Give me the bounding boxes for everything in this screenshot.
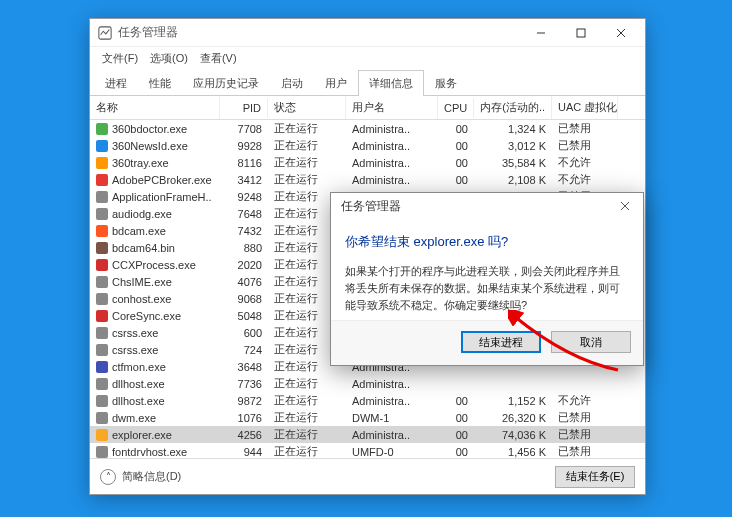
tab-0[interactable]: 进程: [94, 70, 138, 96]
minimize-button[interactable]: [521, 21, 561, 45]
maximize-button[interactable]: [561, 21, 601, 45]
tabstrip: 进程性能应用历史记录启动用户详细信息服务: [90, 69, 645, 96]
process-name: csrss.exe: [112, 344, 158, 356]
process-icon: [96, 378, 108, 390]
tab-4[interactable]: 用户: [314, 70, 358, 96]
cell-status: 正在运行: [268, 121, 346, 136]
end-process-button[interactable]: 结束进程: [461, 331, 541, 353]
process-name: bdcam.exe: [112, 225, 166, 237]
fewer-details-button[interactable]: ˄ 简略信息(D): [100, 469, 181, 485]
cell-mem: 74,036 K: [474, 429, 552, 441]
process-icon: [96, 412, 108, 424]
col-name[interactable]: 名称: [90, 96, 220, 119]
col-mem[interactable]: 内存(活动的..: [474, 96, 552, 119]
cell-user: Administra..: [346, 123, 438, 135]
cell-mem: 35,584 K: [474, 157, 552, 169]
col-user[interactable]: 用户名: [346, 96, 438, 119]
cell-user: Administra..: [346, 174, 438, 186]
cell-cpu: 00: [438, 174, 474, 186]
process-name: ChsIME.exe: [112, 276, 172, 288]
dialog-heading: 你希望结束 explorer.exe 吗?: [345, 233, 629, 251]
menu-file[interactable]: 文件(F): [98, 49, 142, 68]
process-name: CoreSync.exe: [112, 310, 181, 322]
table-row[interactable]: AdobePCBroker.exe3412正在运行Administra..002…: [90, 171, 645, 188]
cell-mem: 2,108 K: [474, 174, 552, 186]
dialog-caption: 任务管理器: [341, 198, 401, 215]
cancel-button[interactable]: 取消: [551, 331, 631, 353]
cell-cpu: 00: [438, 446, 474, 458]
process-icon: [96, 225, 108, 237]
cell-mem: 1,456 K: [474, 446, 552, 458]
table-row[interactable]: 360tray.exe8116正在运行Administra..0035,584 …: [90, 154, 645, 171]
dialog-body: 你希望结束 explorer.exe 吗? 如果某个打开的程序与此进程关联，则会…: [331, 219, 643, 320]
process-icon: [96, 429, 108, 441]
process-icon: [96, 395, 108, 407]
grid-header[interactable]: 名称 PID 状态 用户名 CPU 内存(活动的.. UAC 虚拟化: [90, 96, 645, 120]
process-name: csrss.exe: [112, 327, 158, 339]
cell-mem: 1,152 K: [474, 395, 552, 407]
cell-cpu: 00: [438, 429, 474, 441]
app-icon: [98, 26, 112, 40]
cell-pid: 724: [220, 344, 268, 356]
process-icon: [96, 157, 108, 169]
table-row[interactable]: dllhost.exe7736正在运行Administra..: [90, 375, 645, 392]
table-row[interactable]: dwm.exe1076正在运行DWM-10026,320 K已禁用: [90, 409, 645, 426]
col-uac[interactable]: UAC 虚拟化: [552, 96, 618, 119]
table-row[interactable]: 360bdoctor.exe7708正在运行Administra..001,32…: [90, 120, 645, 137]
process-icon: [96, 276, 108, 288]
cell-pid: 9248: [220, 191, 268, 203]
process-icon: [96, 208, 108, 220]
cell-mem: 26,320 K: [474, 412, 552, 424]
process-name: dllhost.exe: [112, 395, 165, 407]
table-row[interactable]: explorer.exe4256正在运行Administra..0074,036…: [90, 426, 645, 443]
table-row[interactable]: 360NewsId.exe9928正在运行Administra..003,012…: [90, 137, 645, 154]
cell-pid: 944: [220, 446, 268, 458]
window-title: 任务管理器: [118, 24, 521, 41]
cell-status: 正在运行: [268, 172, 346, 187]
tab-1[interactable]: 性能: [138, 70, 182, 96]
process-name: bdcam64.bin: [112, 242, 175, 254]
tab-5[interactable]: 详细信息: [358, 70, 424, 96]
process-name: dllhost.exe: [112, 378, 165, 390]
process-name: audiodg.exe: [112, 208, 172, 220]
col-status[interactable]: 状态: [268, 96, 346, 119]
process-icon: [96, 242, 108, 254]
process-name: CCXProcess.exe: [112, 259, 196, 271]
process-icon: [96, 361, 108, 373]
cell-user: DWM-1: [346, 412, 438, 424]
cell-status: 正在运行: [268, 427, 346, 442]
cell-pid: 7432: [220, 225, 268, 237]
cell-pid: 9872: [220, 395, 268, 407]
process-icon: [96, 259, 108, 271]
process-icon: [96, 344, 108, 356]
table-row[interactable]: dllhost.exe9872正在运行Administra..001,152 K…: [90, 392, 645, 409]
close-button[interactable]: [601, 21, 641, 45]
process-name: ApplicationFrameH..: [112, 191, 212, 203]
process-name: AdobePCBroker.exe: [112, 174, 212, 186]
cell-pid: 3648: [220, 361, 268, 373]
cell-uac: 不允许: [552, 155, 618, 170]
tab-2[interactable]: 应用历史记录: [182, 70, 270, 96]
cell-cpu: 00: [438, 123, 474, 135]
cell-pid: 9068: [220, 293, 268, 305]
cell-pid: 3412: [220, 174, 268, 186]
dialog-close-button[interactable]: [613, 196, 637, 216]
process-icon: [96, 293, 108, 305]
cell-cpu: 00: [438, 157, 474, 169]
menu-options[interactable]: 选项(O): [146, 49, 192, 68]
end-task-button[interactable]: 结束任务(E): [555, 466, 635, 488]
col-pid[interactable]: PID: [220, 98, 268, 118]
table-row[interactable]: fontdrvhost.exe944正在运行UMFD-0001,456 K已禁用: [90, 443, 645, 458]
tab-3[interactable]: 启动: [270, 70, 314, 96]
process-icon: [96, 327, 108, 339]
window-controls: [521, 21, 641, 45]
cell-pid: 7648: [220, 208, 268, 220]
tab-6[interactable]: 服务: [424, 70, 468, 96]
process-icon: [96, 140, 108, 152]
cell-uac: 已禁用: [552, 427, 618, 442]
cell-uac: 不允许: [552, 393, 618, 408]
cell-user: UMFD-0: [346, 446, 438, 458]
col-cpu[interactable]: CPU: [438, 98, 474, 118]
cell-uac: 已禁用: [552, 444, 618, 458]
menu-view[interactable]: 查看(V): [196, 49, 241, 68]
